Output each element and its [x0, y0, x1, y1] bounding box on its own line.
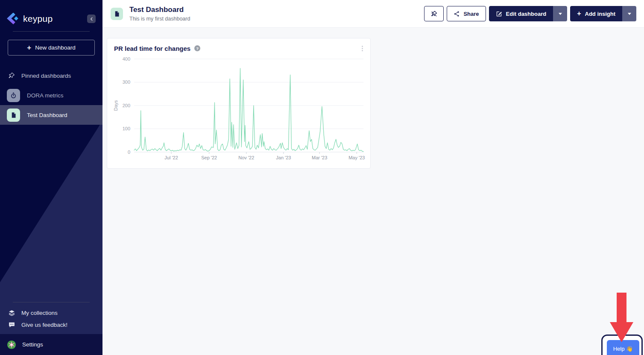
test-dashboard-chip: [7, 109, 20, 122]
plus-icon: +: [577, 10, 581, 17]
sidebar-footer-divider: [13, 302, 90, 302]
sidebar-item-label: Test Dashboard: [27, 112, 67, 118]
collections-icon: [8, 309, 15, 317]
kebab-menu[interactable]: [360, 44, 365, 53]
svg-text:200: 200: [123, 103, 130, 108]
new-dashboard-label: New dashboard: [35, 44, 76, 51]
page-subtitle: This is my first dashboard: [129, 16, 190, 22]
pin-icon: [8, 72, 15, 79]
edit-dashboard-button[interactable]: Edit dashboard: [489, 6, 553, 21]
sidebar-item-dora-metrics[interactable]: DORA metrics: [0, 85, 102, 105]
edit-dashboard-label: Edit dashboard: [506, 11, 547, 17]
keypup-logo[interactable]: keypup: [7, 13, 53, 25]
add-insight-button[interactable]: + Add insight: [570, 6, 622, 21]
svg-text:400: 400: [123, 56, 130, 62]
main-area: Test Dashboard This is my first dashboar…: [102, 0, 644, 355]
svg-text:0: 0: [128, 150, 130, 155]
pin-off-icon: [430, 10, 438, 18]
add-insight-label: Add insight: [585, 11, 616, 17]
sidebar-logo-row: keypup: [0, 0, 102, 25]
sidebar-footer: My collections Give us feedback!: [0, 302, 102, 331]
caret-down-icon: [559, 13, 562, 15]
sidebar-collapse-button[interactable]: [87, 15, 96, 23]
keypup-logo-icon: [7, 13, 19, 25]
dora-metrics-chip: [7, 89, 20, 102]
svg-text:Mar '23: Mar '23: [312, 155, 327, 160]
dashboard-icon-chip: [111, 8, 123, 20]
svg-text:100: 100: [123, 126, 130, 131]
sidebar-item-label: DORA metrics: [27, 92, 64, 99]
add-insight-split-button: + Add insight: [570, 6, 636, 21]
add-insight-caret[interactable]: [622, 6, 636, 21]
footer-link-label: Give us feedback!: [21, 322, 67, 328]
stopwatch-icon: [10, 92, 17, 99]
svg-text:Sep '22: Sep '22: [201, 155, 217, 160]
pinned-dashboards-list: DORA metrics Test Dashboard: [0, 85, 102, 125]
edit-dashboard-caret[interactable]: [553, 6, 567, 21]
card-title: PR lead time for changes: [114, 45, 190, 52]
dashboard-content: PR lead time for changes ? 0100200300400…: [102, 28, 644, 355]
app-root: keypup + New dashboard Pinned dashboards: [0, 0, 644, 355]
document-icon: [10, 112, 17, 118]
sidebar-item-test-dashboard[interactable]: Test Dashboard: [0, 105, 102, 125]
document-icon: [114, 11, 120, 17]
settings-label: Settings: [22, 341, 43, 348]
sidebar: keypup + New dashboard Pinned dashboards: [0, 0, 102, 355]
dashboard-header: Test Dashboard This is my first dashboar…: [102, 0, 644, 28]
sidebar-item-feedback[interactable]: Give us feedback!: [0, 319, 102, 331]
share-button[interactable]: Share: [447, 6, 486, 21]
header-actions: Share Edit dashboard: [424, 6, 636, 21]
insight-card: PR lead time for changes ? 0100200300400…: [107, 38, 371, 169]
new-dashboard-button[interactable]: + New dashboard: [8, 40, 95, 56]
svg-text:Nov '22: Nov '22: [238, 155, 254, 160]
svg-text:300: 300: [123, 79, 130, 85]
avatar: [7, 340, 16, 349]
chevron-left-icon: [89, 17, 94, 21]
edit-dashboard-split-button: Edit dashboard: [489, 6, 568, 21]
settings-row[interactable]: Settings: [0, 334, 102, 355]
plus-icon: +: [27, 44, 31, 51]
edit-icon: [496, 11, 502, 17]
caret-down-icon: [628, 13, 631, 15]
feedback-chat-icon: [8, 321, 15, 329]
pinned-dashboards-label: Pinned dashboards: [21, 73, 71, 79]
unpin-button[interactable]: [424, 6, 444, 21]
sidebar-divider: [13, 31, 90, 32]
page-title: Test Dashboard: [129, 6, 190, 14]
logo-text: keypup: [23, 14, 53, 24]
sidebar-item-my-collections[interactable]: My collections: [0, 307, 102, 319]
help-icon[interactable]: ?: [194, 45, 200, 51]
share-label: Share: [463, 11, 479, 17]
footer-link-label: My collections: [21, 310, 58, 316]
line-chart: 0100200300400DaysJul '22Sep '22Nov '22Ja…: [107, 53, 370, 164]
title-block: Test Dashboard This is my first dashboar…: [129, 6, 190, 21]
insight-card-header: PR lead time for changes ?: [107, 38, 370, 53]
svg-text:May '23: May '23: [348, 155, 365, 160]
pinned-dashboards-header: Pinned dashboards: [0, 72, 102, 79]
svg-text:Jul '22: Jul '22: [164, 155, 178, 160]
svg-text:Jan '23: Jan '23: [276, 155, 291, 160]
help-button[interactable]: Help 👋: [607, 340, 639, 355]
svg-text:Days: Days: [113, 100, 118, 111]
share-icon: [454, 11, 460, 17]
